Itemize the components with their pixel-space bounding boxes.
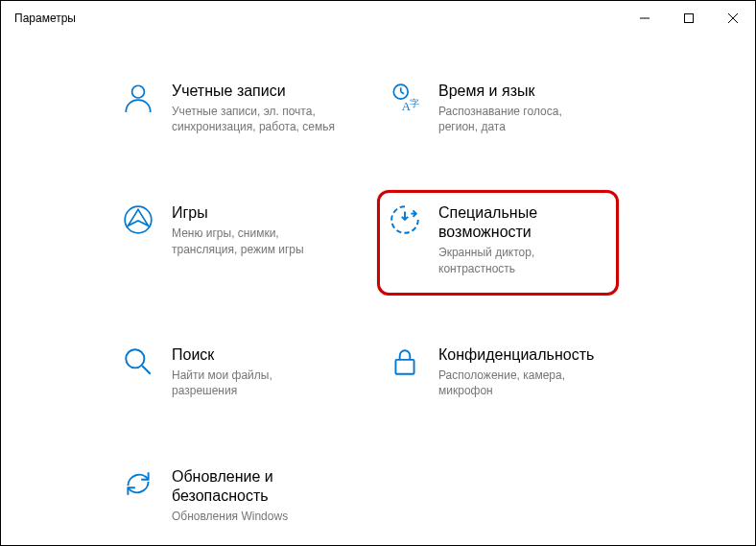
close-button[interactable] bbox=[711, 1, 755, 36]
svg-rect-1 bbox=[685, 14, 694, 23]
tile-ease-of-access[interactable]: Специальные возможности Экранный диктор,… bbox=[383, 196, 640, 283]
search-icon bbox=[122, 345, 154, 378]
tile-accounts[interactable]: Учетные записи Учетные записи, эл. почта… bbox=[116, 74, 373, 142]
tile-title: Поиск bbox=[172, 345, 335, 365]
svg-text:字: 字 bbox=[410, 98, 419, 108]
tile-desc: Расположение, камера, микрофон bbox=[438, 368, 602, 398]
tile-title: Обновление и безопасность bbox=[172, 467, 367, 506]
tile-time-language[interactable]: A 字 Время и язык Распознавание голоса, р… bbox=[383, 74, 640, 142]
tile-title: Игры bbox=[172, 203, 335, 223]
tile-search[interactable]: Поиск Найти мои файлы, разрешения bbox=[116, 338, 373, 406]
titlebar: Параметры bbox=[1, 1, 755, 36]
window-title: Параметры bbox=[14, 12, 76, 25]
tile-title: Специальные возможности bbox=[438, 203, 634, 242]
tile-gaming[interactable]: Игры Меню игры, снимки, трансляция, режи… bbox=[116, 196, 373, 283]
svg-line-14 bbox=[142, 366, 151, 374]
tile-update-security[interactable]: Обновление и безопасность Обновления Win… bbox=[116, 460, 373, 532]
tile-desc: Учетные записи, эл. почта, синхронизация… bbox=[172, 104, 335, 134]
time-language-icon: A 字 bbox=[389, 82, 421, 114]
tile-desc: Распознавание голоса, регион, дата bbox=[438, 104, 602, 134]
svg-point-13 bbox=[126, 349, 144, 368]
tile-desc: Обновления Windows bbox=[172, 509, 335, 524]
maximize-button[interactable] bbox=[667, 1, 711, 36]
tile-privacy[interactable]: Конфиденциальность Расположение, камера,… bbox=[383, 338, 640, 406]
settings-grid: Учетные записи Учетные записи, эл. почта… bbox=[1, 36, 755, 532]
svg-point-4 bbox=[132, 85, 145, 98]
accounts-icon bbox=[122, 82, 154, 114]
tile-title: Конфиденциальность bbox=[438, 345, 602, 365]
gaming-icon bbox=[122, 203, 154, 236]
close-icon bbox=[728, 13, 738, 23]
svg-line-7 bbox=[401, 92, 404, 94]
privacy-icon bbox=[389, 345, 421, 378]
tile-desc: Найти мои файлы, разрешения bbox=[172, 368, 335, 398]
tile-title: Время и язык bbox=[438, 82, 602, 101]
minimize-icon bbox=[640, 13, 650, 23]
ease-of-access-icon bbox=[389, 203, 421, 236]
maximize-icon bbox=[684, 13, 694, 23]
tile-desc: Экранный диктор, контрастность bbox=[438, 245, 602, 275]
window-controls bbox=[623, 1, 755, 36]
update-icon bbox=[122, 467, 154, 500]
minimize-button[interactable] bbox=[623, 1, 667, 36]
svg-rect-15 bbox=[395, 360, 413, 374]
tile-title: Учетные записи bbox=[172, 82, 335, 101]
tile-desc: Меню игры, снимки, трансляция, режим игр… bbox=[172, 226, 335, 256]
